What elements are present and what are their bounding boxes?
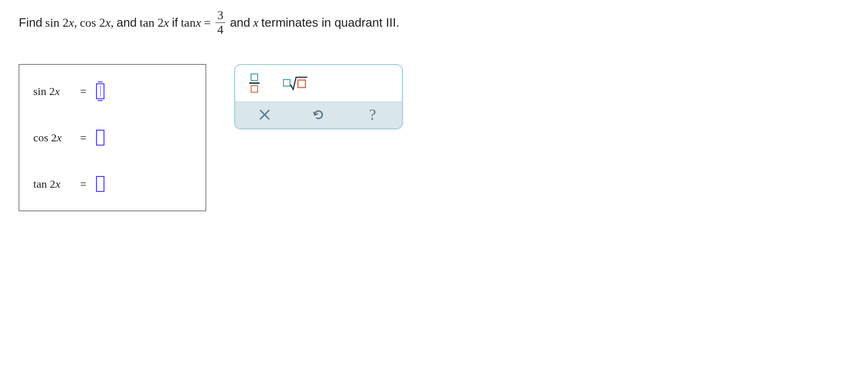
- and-word: and: [117, 15, 137, 30]
- math-palette: ?: [234, 64, 403, 129]
- answer-box: sin 2x = cos 2x = tan 2x =: [19, 64, 206, 211]
- answer-row-tan2x: tan 2x =: [33, 176, 192, 192]
- lead-word: Find: [19, 15, 43, 30]
- clear-button[interactable]: [258, 108, 272, 122]
- fraction-tool[interactable]: [249, 73, 260, 93]
- fraction-3-4: 3 4: [215, 9, 225, 36]
- problem-statement: Find sin 2x, cos 2x, and tan 2x if tanx …: [19, 9, 849, 36]
- answer-row-cos2x: cos 2x =: [33, 130, 192, 146]
- if-word: if: [172, 15, 178, 30]
- cos2x-input[interactable]: [96, 130, 104, 146]
- help-button[interactable]: ?: [365, 108, 379, 122]
- svg-rect-0: [298, 80, 305, 88]
- answer-row-sin2x: sin 2x =: [33, 83, 192, 99]
- undo-button[interactable]: [312, 108, 326, 122]
- tan2x-input[interactable]: [96, 176, 104, 192]
- terminates-text: terminates in quadrant III.: [261, 15, 400, 30]
- sin2x-input[interactable]: [96, 83, 104, 99]
- sqrt-tool[interactable]: [283, 73, 308, 92]
